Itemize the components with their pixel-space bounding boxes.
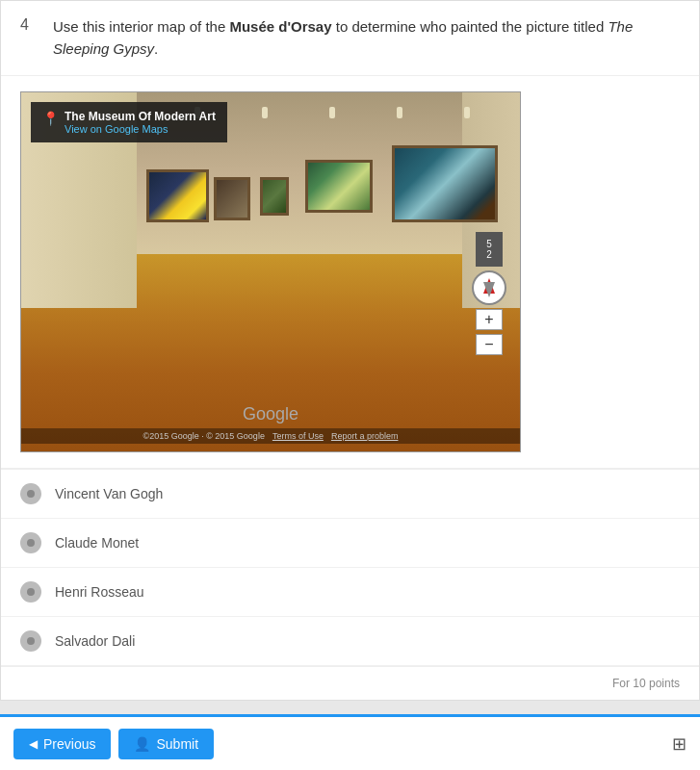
radio-circle-4[interactable]: [20, 630, 41, 652]
main-content: 4 Use this interior map of the Musée d'O…: [0, 0, 700, 714]
zoom-indicator: 5 2: [476, 232, 503, 267]
answer-label-4: Salvador Dali: [55, 633, 135, 649]
answer-option-4[interactable]: Salvador Dali: [1, 617, 699, 666]
ceiling-light-4: [397, 107, 402, 118]
question-header: 4 Use this interior map of the Musée d'O…: [1, 1, 699, 76]
radio-inner-3: [27, 588, 35, 596]
ceiling-light-5: [464, 107, 470, 118]
question-text-after: to determine who painted the picture tit…: [332, 18, 609, 35]
museum-map-title: The Museum Of Modern Art: [65, 110, 216, 123]
painting-2: [214, 177, 250, 220]
painting-sleeping-gypsy: [392, 145, 498, 222]
map-container: 📍 The Museum Of Modern Art View on Googl…: [1, 76, 699, 469]
compass-control[interactable]: [472, 270, 506, 305]
answer-label-1: Vincent Van Gogh: [55, 486, 163, 501]
map-info-box: 📍 The Museum Of Modern Art View on Googl…: [31, 102, 227, 142]
points-label: For 10 points: [612, 677, 680, 690]
radio-inner-1: [27, 490, 35, 498]
radio-inner-4: [27, 637, 35, 645]
question-card: 4 Use this interior map of the Musée d'O…: [0, 0, 700, 701]
zoom-in-button[interactable]: +: [476, 309, 503, 330]
location-pin-icon: 📍: [42, 111, 59, 126]
ceiling-light-2: [262, 107, 268, 118]
answer-option-1[interactable]: Vincent Van Gogh: [1, 470, 699, 519]
bottom-toolbar: ◀ Previous 👤 Submit ⊞: [0, 714, 700, 770]
answer-option-3[interactable]: Henri Rosseau: [1, 568, 699, 617]
points-row: For 10 points: [1, 666, 699, 700]
question-text: Use this interior map of the Musée d'Ors…: [53, 16, 680, 60]
radio-circle-1[interactable]: [20, 483, 41, 504]
answer-options: Vincent Van Gogh Claude Monet Henri Ross…: [1, 469, 699, 666]
question-number: 4: [20, 16, 43, 34]
map-terms[interactable]: Terms of Use: [272, 431, 324, 441]
grid-icon[interactable]: ⊞: [672, 733, 687, 755]
map-copyright: ©2015 Google · © 2015 Google: [143, 431, 265, 441]
ceiling-light-3: [329, 107, 335, 118]
answer-label-3: Henri Rosseau: [55, 584, 144, 600]
street-view-box[interactable]: 📍 The Museum Of Modern Art View on Googl…: [20, 91, 521, 452]
submit-label: Submit: [156, 736, 198, 752]
radio-inner-2: [27, 539, 35, 547]
compass-south: [483, 282, 495, 297]
painting-4: [305, 160, 373, 213]
compass-inner: [480, 278, 499, 297]
question-text-end: .: [154, 40, 158, 57]
map-info-text: The Museum Of Modern Art View on Google …: [65, 110, 216, 135]
map-controls: 5 2 + −: [472, 232, 506, 355]
submit-button[interactable]: 👤 Submit: [118, 729, 214, 759]
answer-label-2: Claude Monet: [55, 535, 139, 551]
previous-label: Previous: [43, 736, 95, 752]
painting-3: [260, 177, 289, 216]
map-report[interactable]: Report a problem: [331, 431, 399, 441]
painting-starry-night: [146, 169, 209, 222]
question-text-before: Use this interior map of the: [53, 18, 229, 35]
radio-circle-3[interactable]: [20, 581, 41, 603]
google-brand: Google: [243, 404, 298, 424]
zoom-top: 5: [486, 239, 492, 249]
zoom-bottom: 2: [486, 249, 492, 260]
museum-name: Musée d'Orsay: [229, 18, 331, 35]
radio-circle-2[interactable]: [20, 532, 41, 553]
google-maps-link[interactable]: View on Google Maps: [65, 123, 216, 135]
submit-person-icon: 👤: [134, 736, 150, 752]
previous-arrow-icon: ◀: [29, 737, 38, 751]
answer-option-2[interactable]: Claude Monet: [1, 519, 699, 568]
previous-button[interactable]: ◀ Previous: [13, 729, 111, 759]
map-footer-bar: ©2015 Google · © 2015 Google Terms of Us…: [21, 428, 520, 444]
zoom-out-button[interactable]: −: [476, 334, 503, 355]
nav-buttons: ◀ Previous 👤 Submit: [13, 729, 214, 759]
